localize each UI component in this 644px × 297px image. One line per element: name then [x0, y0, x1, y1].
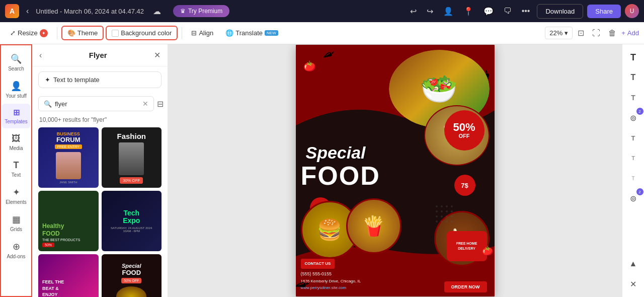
back-button[interactable]: ‹	[23, 5, 32, 18]
panel-back-icon[interactable]: ‹	[39, 51, 42, 60]
sticker-badge-2: 2	[636, 188, 643, 195]
sidebar-item-grids[interactable]: ▦ Grids	[2, 210, 30, 236]
topbar: A ‹ Untitled - March 06, 2024 at 04.47.4…	[0, 0, 644, 22]
search-row: 🔍 ✕ ⊟	[32, 93, 168, 114]
sidebar-item-text[interactable]: T Text	[2, 156, 30, 182]
sidebar-item-search[interactable]: 🔍 Search	[2, 49, 30, 76]
app-logo: A	[5, 4, 19, 18]
search-box-icon: 🔍	[44, 100, 52, 108]
location-icon-button[interactable]: 📍	[460, 5, 476, 18]
search-input[interactable]	[55, 100, 139, 108]
search-box: 🔍 ✕	[38, 96, 154, 111]
right-text-button-3[interactable]: T	[624, 89, 642, 107]
right-text-button-6[interactable]: T	[624, 169, 642, 187]
more-options-button[interactable]: •••	[519, 5, 533, 18]
close-icon: ✕	[630, 279, 636, 289]
svg-point-3	[451, 205, 453, 207]
chat-icon-button[interactable]: 🗨	[501, 5, 515, 18]
sidebar-item-media[interactable]: 🖼 Media	[2, 129, 30, 155]
svg-point-1	[441, 205, 443, 207]
template-special-food[interactable]: Special FOOD 50% OFF	[102, 254, 162, 297]
background-color-button[interactable]: Background color	[106, 26, 178, 40]
download-button[interactable]: Download	[537, 4, 583, 19]
plus-icon: +	[621, 29, 625, 37]
price-circle-7: 7$	[454, 175, 475, 196]
grids-icon: ▦	[12, 214, 21, 225]
scroll-up-button[interactable]: ▲	[624, 255, 642, 273]
svg-point-2	[446, 205, 448, 207]
search-icon: 🔍	[11, 53, 22, 64]
elements-icon: ✦	[13, 187, 20, 198]
align-icon: ⊟	[191, 29, 197, 37]
template-business-forum[interactable]: BUSINESS FORUM FREE ENTRY JANE SMITH	[38, 127, 99, 188]
align-button[interactable]: ⊟ Align	[186, 27, 218, 39]
template-fashion[interactable]: Fashion 30% OFF	[102, 127, 162, 188]
fit-screen-button[interactable]: ⊡	[575, 26, 587, 40]
right-text-button-1[interactable]: T	[624, 48, 642, 66]
text-icon: T	[14, 160, 19, 171]
food-text: FOOD	[301, 161, 380, 191]
chevron-down-icon: ▾	[565, 29, 568, 37]
resize-badge: ✦	[40, 29, 48, 37]
right-text-button-5[interactable]: T	[624, 149, 642, 167]
translate-icon: 🌐	[225, 29, 233, 37]
templates-grid: BUSINESS FORUM FREE ENTRY JANE SMITH Fas…	[32, 127, 168, 297]
sidebar-icons: 🔍 Search 👤 Your stuff ⊞ Templates 🖼 Medi…	[0, 44, 32, 297]
secondary-toolbar: ⤢ Resize ✦ 🎨 Theme Background color ⊟ Al…	[0, 22, 644, 44]
svg-point-5	[441, 210, 443, 212]
svg-point-14	[446, 220, 448, 222]
share-button[interactable]: Share	[587, 5, 621, 18]
delete-button[interactable]: 🗑	[605, 27, 619, 40]
theme-button[interactable]: 🎨 Theme	[61, 26, 104, 40]
cloud-sync-icon: ☁	[150, 5, 164, 18]
svg-point-6	[446, 210, 448, 212]
text-to-template-button[interactable]: ✦ Text to template	[38, 71, 162, 88]
search-clear-button[interactable]: ✕	[142, 100, 148, 108]
right-text-button-2[interactable]: T	[624, 68, 642, 87]
template-tech-expo[interactable]: TechExpo SATURDAY, 24 AUGUST 2024 10AM -…	[102, 191, 162, 251]
svg-point-11	[451, 215, 453, 217]
crown-icon: ♛	[180, 8, 186, 15]
media-icon: 🖼	[12, 133, 21, 144]
close-right-panel-button[interactable]: ✕	[624, 275, 642, 293]
fullscreen-button[interactable]: ⛶	[589, 27, 603, 40]
sidebar-item-elements[interactable]: ✦ Elements	[2, 183, 30, 209]
svg-point-10	[446, 215, 448, 217]
divider-2	[182, 27, 182, 39]
canvas-area: 🍅 🌶 🌶 🥗 🍗 50% OFF Special FOOD	[168, 44, 622, 297]
panel-close-button[interactable]: ✕	[154, 50, 160, 60]
svg-point-8	[436, 215, 438, 217]
svg-point-12	[436, 220, 438, 222]
redo-button[interactable]: ↪	[424, 5, 436, 18]
svg-point-7	[451, 210, 453, 212]
avatar: U	[625, 4, 639, 18]
user-icon-button[interactable]: 👤	[440, 5, 456, 18]
order-button: ORDER NOW	[444, 281, 487, 292]
try-premium-button[interactable]: ♛ Try Premium	[173, 5, 229, 17]
food-plate-bottom-mid: 🍟	[346, 198, 401, 254]
bg-color-square-icon	[112, 30, 119, 37]
tomato-decoration-br: 🍅	[482, 245, 493, 256]
right-sticker-container-2: ⊚ 2	[624, 189, 642, 207]
sidebar-item-your-stuff[interactable]: 👤 Your stuff	[2, 77, 30, 103]
sticker-badge-1: 2	[636, 108, 643, 115]
resize-button[interactable]: ⤢ Resize ✦	[5, 27, 53, 40]
right-sticker-container: ⊚ 2	[624, 109, 642, 127]
tomato-decoration-tl: 🍅	[303, 60, 316, 72]
template-healthy-food[interactable]: HealthyFOOD THE BEST PRODUCTS 50%	[38, 191, 99, 251]
zoom-control[interactable]: 22% ▾	[545, 27, 573, 39]
flyer-design: 🍅 🌶 🌶 🥗 🍗 50% OFF Special FOOD	[296, 45, 495, 296]
discount-badge: 50% OFF	[444, 110, 485, 151]
filter-button[interactable]: ⊟	[157, 99, 164, 109]
undo-button[interactable]: ↩	[407, 5, 420, 18]
sidebar-item-add-ons[interactable]: ⊕ Add-ons	[2, 237, 30, 263]
sidebar-item-templates[interactable]: ⊞ Templates	[2, 104, 30, 128]
document-title: Untitled - March 06, 2024 at 04.47.42	[36, 8, 144, 15]
add-page-button[interactable]: + Add	[621, 29, 639, 37]
template-feel-the-beat[interactable]: FEEL THEBEAT &ENJOYTHERHYTHM	[38, 254, 99, 297]
special-text: Special	[306, 143, 366, 163]
svg-point-0	[436, 205, 438, 207]
comment-icon-button[interactable]: 💬	[480, 5, 497, 18]
right-text-button-4[interactable]: T	[624, 129, 642, 147]
translate-button[interactable]: 🌐 Translate NEW	[220, 27, 283, 39]
